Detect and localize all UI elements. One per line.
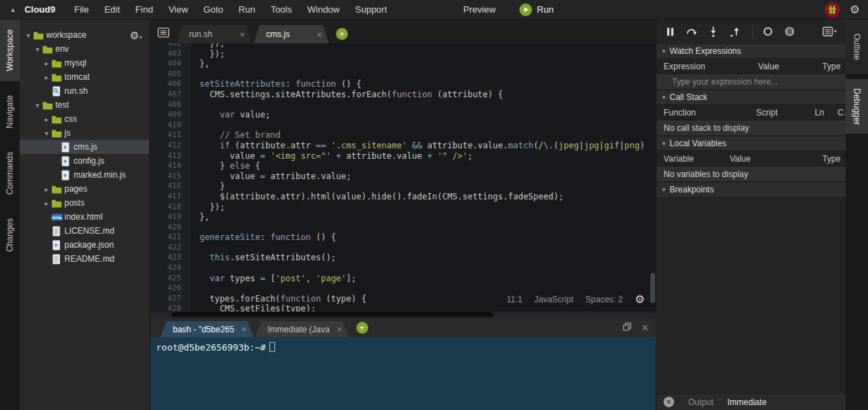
disclosure-closed-icon[interactable]: ▸ [42, 73, 51, 81]
strip-item-workspace[interactable]: Workspace [0, 20, 20, 81]
watch-expression-input[interactable]: Type your expression here... [657, 74, 846, 90]
line-number[interactable]: 428 [150, 304, 191, 311]
code-line[interactable]: 413 value = '<img src="' + attribute.val… [150, 151, 656, 162]
tree-item-package-json[interactable]: package.json [20, 238, 149, 252]
tree-item-cms-js[interactable]: cms.js [20, 140, 149, 154]
column-value[interactable]: Value [751, 62, 816, 71]
line-number[interactable]: 418 [150, 202, 191, 213]
menu-run[interactable]: Run [231, 4, 263, 15]
line-number[interactable]: 409 [150, 110, 191, 120]
code-line[interactable]: 421generateSite: function () { [150, 232, 656, 243]
code-line[interactable]: 410 [150, 120, 656, 131]
menu-find[interactable]: Find [127, 4, 160, 15]
maximize-console-icon[interactable] [623, 323, 631, 333]
clear-output-icon[interactable]: ✕ [664, 397, 674, 407]
line-number[interactable]: 407 [150, 90, 191, 100]
section-header-local-variables[interactable]: ▾Local Variables [657, 136, 846, 150]
line-number[interactable]: 403 [150, 49, 191, 59]
console-tab-bash-d5be265[interactable]: bash - "d5be265× [160, 321, 253, 337]
code-line[interactable]: 407 CMS.settings.siteAttributes.forEach(… [150, 90, 656, 100]
tree-item-css[interactable]: ▸css [20, 112, 149, 126]
line-number[interactable]: 427 [150, 294, 191, 304]
column-function[interactable]: Function [657, 108, 749, 118]
notifications-icon[interactable] [825, 2, 840, 17]
line-number[interactable]: 406 [150, 79, 191, 90]
code-line[interactable]: 425 var types = ['post', 'page']; [150, 274, 656, 284]
editor-vertical-scrollbar[interactable] [650, 273, 655, 303]
new-console-button[interactable]: + [356, 322, 368, 334]
code-line[interactable]: 418 }); [150, 202, 656, 213]
code-line[interactable]: 406setSiteAttributes: function () { [150, 79, 656, 90]
disclosure-open-icon[interactable]: ▾ [24, 31, 33, 39]
code-line[interactable]: 404}, [150, 59, 656, 69]
code-line[interactable]: 422 [150, 243, 656, 253]
line-number[interactable]: 417 [150, 192, 191, 202]
toggle-breakpoints-icon[interactable] [762, 26, 774, 37]
strip-item-navigate[interactable]: Navigate [0, 81, 20, 143]
code-line[interactable]: 416 } [150, 181, 656, 192]
collapse-menubar-icon[interactable]: ▲ [10, 6, 16, 13]
terminal[interactable]: root@d5be2656993b:~# [150, 337, 656, 410]
column-c[interactable]: C… [830, 108, 846, 118]
line-number[interactable]: 424 [150, 263, 191, 274]
tree-item-mysql[interactable]: ▸mysql [20, 56, 149, 70]
column-type[interactable]: Type [816, 154, 846, 164]
disclosure-open-icon[interactable]: ▾ [33, 101, 42, 109]
strip-item-changes[interactable]: Changes [0, 204, 20, 266]
code-line[interactable]: 409 var value; [150, 110, 656, 120]
disclosure-open-icon[interactable]: ▾ [42, 129, 51, 137]
editor-tab-run-sh[interactable]: run.sh× [176, 25, 252, 43]
menu-edit[interactable]: Edit [97, 4, 127, 15]
section-header-watch-expressions[interactable]: ▾Watch Expressions [657, 43, 846, 58]
line-number[interactable]: 414 [150, 161, 191, 171]
panel-menu-icon[interactable] [822, 27, 837, 38]
close-tab-icon[interactable]: × [239, 29, 245, 40]
close-tab-icon[interactable]: × [316, 29, 322, 40]
run-button[interactable]: ▶ Run [519, 3, 554, 16]
line-number[interactable]: 402 [150, 43, 191, 49]
tree-item-index-html[interactable]: HTMLindex.html [20, 210, 149, 224]
line-number[interactable]: 413 [150, 151, 191, 162]
code-line[interactable]: 411 // Set brand [150, 130, 656, 141]
line-number[interactable]: 425 [150, 274, 191, 284]
tree-item-config-js[interactable]: config.js [20, 154, 149, 168]
step-into-icon[interactable] [708, 26, 719, 37]
close-console-icon[interactable]: ✕ [641, 323, 649, 333]
disclosure-closed-icon[interactable]: ▸ [42, 199, 51, 207]
tree-item-readme-md[interactable]: README.md [20, 252, 149, 266]
code-line[interactable]: 424 [150, 263, 656, 274]
strip-item-debugger[interactable]: Debugger [846, 79, 868, 134]
line-number[interactable]: 405 [150, 69, 191, 80]
code-line[interactable]: 419}, [150, 212, 656, 222]
close-tab-icon[interactable]: × [241, 324, 247, 334]
tree-item-pages[interactable]: ▸pages [20, 182, 149, 196]
indent-setting[interactable]: Spaces: 2 [585, 295, 622, 304]
tree-item-license-md[interactable]: LICENSE.md [20, 224, 149, 238]
line-number[interactable]: 410 [150, 120, 191, 131]
menu-window[interactable]: Window [300, 4, 347, 15]
line-number[interactable]: 404 [150, 59, 191, 69]
editor-tab-cms-js[interactable]: cms.js× [253, 25, 329, 43]
line-number[interactable]: 412 [150, 141, 191, 151]
column-expression[interactable]: Expression [657, 62, 751, 71]
line-number[interactable]: 426 [150, 283, 191, 294]
column-type[interactable]: Type [816, 62, 846, 71]
syntax-mode[interactable]: JavaScript [534, 295, 573, 304]
tree-item-marked-min-js[interactable]: marked.min.js [20, 168, 149, 182]
code-line[interactable]: 415 value = attribute.value; [150, 171, 656, 182]
app-logo[interactable]: Cloud9 [24, 4, 55, 15]
strip-item-commands[interactable]: Commands [0, 143, 20, 204]
editor-horizontal-scrollbar[interactable] [172, 312, 493, 317]
tree-item-test[interactable]: ▾test [20, 98, 149, 112]
disclosure-open-icon[interactable]: ▾ [33, 45, 42, 53]
line-number[interactable]: 411 [150, 130, 191, 141]
tree-item-js[interactable]: ▾js [20, 126, 149, 140]
code-line[interactable]: 417 $(attribute.attr).html(value).hide()… [150, 192, 656, 202]
line-number[interactable]: 416 [150, 181, 191, 192]
step-over-icon[interactable] [686, 26, 697, 37]
disclosure-closed-icon[interactable]: ▸ [42, 115, 51, 123]
tree-settings-button[interactable]: ⚙▾ [130, 29, 142, 42]
code-line[interactable]: 420 [150, 222, 656, 233]
code-line[interactable]: 423 this.setSiteAttributes(); [150, 253, 656, 263]
section-header-breakpoints[interactable]: ▾Breakpoints [657, 182, 846, 197]
